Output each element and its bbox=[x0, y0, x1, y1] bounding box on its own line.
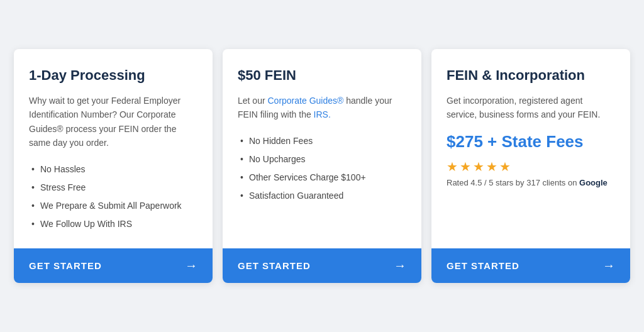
card-50fein-bullets: No Hidden Fees No Upcharges Other Servic… bbox=[238, 132, 406, 205]
bullet-other-services: Other Services Charge $100+ bbox=[238, 169, 406, 187]
card-1day-arrow-icon: → bbox=[185, 258, 197, 273]
bullet-satisfaction: Satisfaction Guaranteed bbox=[238, 187, 406, 205]
card-50fein-arrow-icon: → bbox=[394, 258, 406, 273]
card-50fein: $50 FEIN Let our Corporate Guides® handl… bbox=[223, 49, 421, 282]
card-1day-description: Why wait to get your Federal Employer Id… bbox=[29, 94, 197, 150]
card-1day-processing: 1-Day Processing Why wait to get your Fe… bbox=[14, 49, 213, 282]
rating-text: Rated 4.5 / 5 stars by 317 clients on Go… bbox=[447, 178, 615, 187]
bullet-no-hassles: No Hassles bbox=[29, 160, 197, 179]
card-1day-body: 1-Day Processing Why wait to get your Fe… bbox=[14, 49, 213, 248]
star-3-icon: ★ bbox=[473, 159, 484, 174]
stars-row: ★ ★ ★ ★ ★ bbox=[447, 159, 615, 174]
card-50fein-title: $50 FEIN bbox=[238, 67, 406, 85]
card-1day-cta-label: GET STARTED bbox=[29, 260, 102, 271]
card-fein-inc-title: FEIN & Incorporation bbox=[447, 67, 615, 85]
card-fein-inc-arrow-icon: → bbox=[602, 258, 615, 273]
card-fein-inc-body: FEIN & Incorporation Get incorporation, … bbox=[431, 49, 630, 248]
bullet-follow-up: We Follow Up With IRS bbox=[29, 215, 197, 233]
card-1day-cta[interactable]: GET STARTED → bbox=[14, 248, 213, 283]
card-50fein-cta-label: GET STARTED bbox=[238, 260, 311, 271]
card-fein-inc-cta[interactable]: GET STARTED → bbox=[431, 248, 630, 283]
rating-description: Rated 4.5 / 5 stars by 317 clients on bbox=[447, 178, 577, 187]
card-1day-title: 1-Day Processing bbox=[29, 67, 197, 85]
card-fein-inc-description: Get incorporation, registered agent serv… bbox=[447, 94, 615, 122]
bullet-no-hidden-fees: No Hidden Fees bbox=[238, 132, 406, 150]
card-50fein-cta[interactable]: GET STARTED → bbox=[223, 248, 421, 283]
card-fein-incorporation: FEIN & Incorporation Get incorporation, … bbox=[431, 49, 630, 282]
star-4-icon: ★ bbox=[486, 159, 497, 174]
bullet-prepare-submit: We Prepare & Submit All Paperwork bbox=[29, 197, 197, 215]
card-50fein-body: $50 FEIN Let our Corporate Guides® handl… bbox=[223, 49, 421, 248]
card-fein-inc-cta-label: GET STARTED bbox=[447, 260, 519, 271]
star-5-icon: ★ bbox=[499, 159, 511, 174]
star-2-icon: ★ bbox=[460, 159, 471, 174]
star-1-icon: ★ bbox=[447, 159, 458, 174]
bullet-stress-free: Stress Free bbox=[29, 179, 197, 197]
bullet-no-upcharges: No Upcharges bbox=[238, 150, 406, 169]
cards-container: 1-Day Processing Why wait to get your Fe… bbox=[14, 49, 630, 282]
card-1day-bullets: No Hassles Stress Free We Prepare & Subm… bbox=[29, 160, 197, 233]
google-label: Google bbox=[579, 178, 608, 187]
card-fein-inc-price: $275 + State Fees bbox=[447, 132, 615, 152]
card-50fein-description: Let our Corporate Guides® handle your FE… bbox=[238, 94, 406, 122]
